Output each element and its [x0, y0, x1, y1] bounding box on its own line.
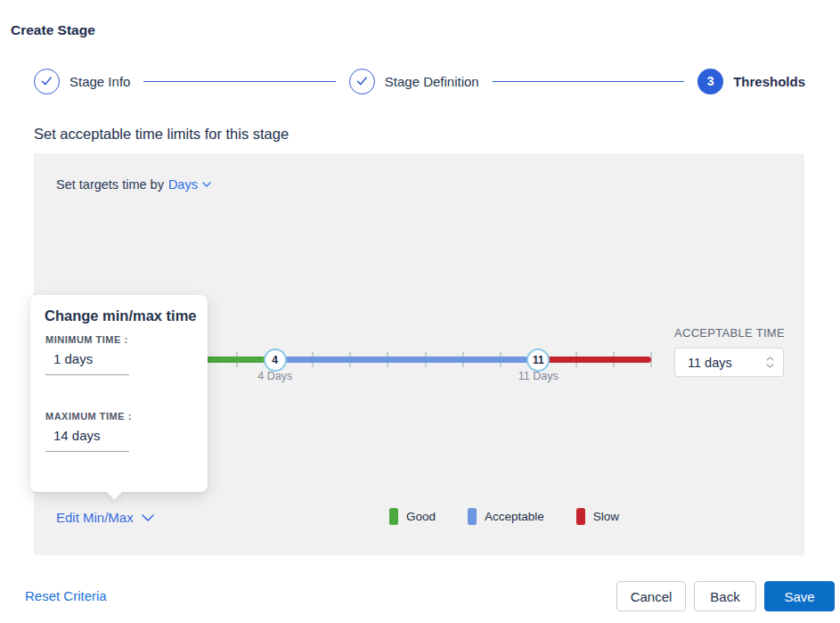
step-stage-info[interactable]: Stage Info: [34, 69, 130, 94]
days-dropdown-value: Days: [168, 177, 198, 192]
time-slider[interactable]: 44 Days1111 Days: [162, 357, 651, 363]
slider-segment-acceptable: [275, 357, 539, 363]
legend-item: Acceptable: [468, 508, 544, 525]
slider-handle-label: 11 Days: [518, 370, 559, 382]
legend-swatch: [468, 508, 477, 525]
check-circle-icon: [34, 69, 60, 94]
legend-item: Slow: [576, 508, 619, 525]
reset-criteria-link[interactable]: Reset Criteria: [25, 588, 107, 603]
save-button[interactable]: Save: [764, 581, 835, 611]
minimum-time-label: MINIMUM TIME :: [45, 334, 128, 345]
legend-swatch: [576, 508, 585, 525]
acceptable-time-value: 11 days: [688, 356, 732, 370]
slider-handle[interactable]: 11: [526, 348, 550, 372]
legend-label: Good: [406, 510, 436, 523]
page-title: Create Stage: [11, 22, 95, 38]
cancel-button[interactable]: Cancel: [616, 581, 686, 611]
popup-title: Change min/max time: [45, 307, 197, 324]
footer-actions: Cancel Back Save: [616, 581, 835, 611]
step-thresholds[interactable]: 3 Thresholds: [697, 69, 805, 94]
acceptable-time-input[interactable]: 11 days: [674, 348, 784, 377]
chevron-down-icon: [202, 182, 211, 187]
stepper-arrows: [766, 357, 774, 368]
stepper-connector: [143, 81, 335, 82]
stepper: Stage Info Stage Definition 3 Thresholds: [34, 68, 805, 94]
legend-label: Acceptable: [485, 510, 544, 523]
set-targets-row: Set targets time by Days: [56, 177, 211, 192]
legend-swatch: [389, 508, 398, 525]
spinner-down-icon[interactable]: [766, 364, 774, 368]
maximum-time-label: MAXIMUM TIME :: [45, 411, 132, 422]
step-label: Stage Info: [69, 74, 130, 89]
slider-handle-label: 4 Days: [257, 370, 292, 382]
days-dropdown[interactable]: Days: [168, 177, 211, 192]
acceptable-time-label: ACCEPTABLE TIME: [674, 326, 792, 340]
spinner-up-icon[interactable]: [766, 357, 774, 361]
maximum-time-input[interactable]: [45, 423, 129, 452]
slider-handle[interactable]: 4: [264, 348, 287, 372]
slider-legend: GoodAcceptableSlow: [389, 508, 619, 525]
chevron-down-icon: [142, 514, 154, 521]
edit-minmax-link[interactable]: Edit Min/Max: [56, 510, 154, 525]
back-button[interactable]: Back: [694, 581, 756, 611]
legend-item: Good: [389, 508, 436, 525]
section-heading: Set acceptable time limits for this stag…: [34, 126, 289, 143]
targets-label: Set targets time by: [56, 177, 164, 192]
minmax-popup: Change min/max time MINIMUM TIME : MAXIM…: [30, 295, 208, 492]
step-label: Stage Definition: [385, 74, 479, 89]
edit-minmax-label: Edit Min/Max: [56, 510, 134, 525]
slider-segment-slow: [538, 357, 651, 363]
legend-label: Slow: [593, 510, 619, 523]
acceptable-time-block: ACCEPTABLE TIME 11 days: [674, 326, 792, 377]
step-label: Thresholds: [733, 74, 805, 89]
create-stage-page: Create Stage Stage Info Stage Definition…: [0, 0, 840, 623]
minimum-time-input[interactable]: [45, 347, 129, 375]
step-number-circle: 3: [697, 69, 723, 94]
stepper-connector: [493, 81, 684, 82]
step-stage-definition[interactable]: Stage Definition: [349, 69, 479, 94]
check-circle-icon: [349, 69, 375, 94]
